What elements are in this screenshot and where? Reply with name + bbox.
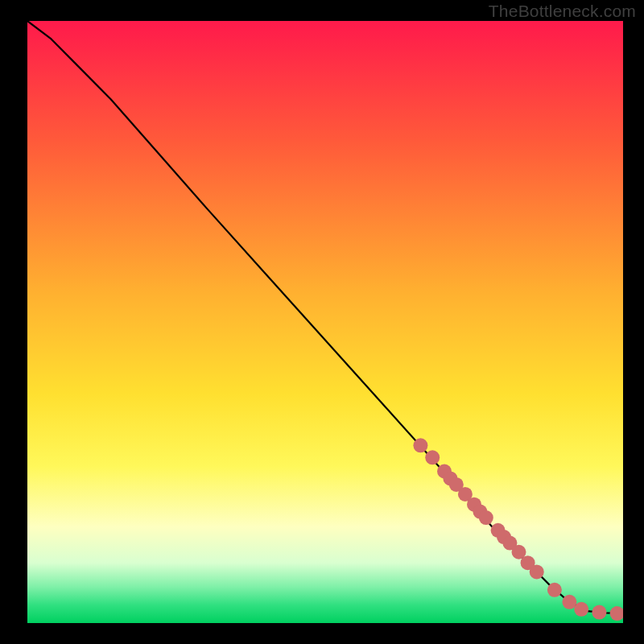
watermark-text: TheBottleneck.com [489,2,636,21]
data-marker [574,602,588,617]
chart-svg [27,21,623,623]
data-marker [413,438,427,452]
data-marker [530,564,544,579]
gradient-background [27,21,623,623]
data-marker [592,605,606,620]
data-marker [479,510,493,525]
data-marker [547,583,562,597]
plot-area [27,21,623,623]
data-marker [425,450,440,464]
chart-frame: TheBottleneck.com [0,0,644,644]
